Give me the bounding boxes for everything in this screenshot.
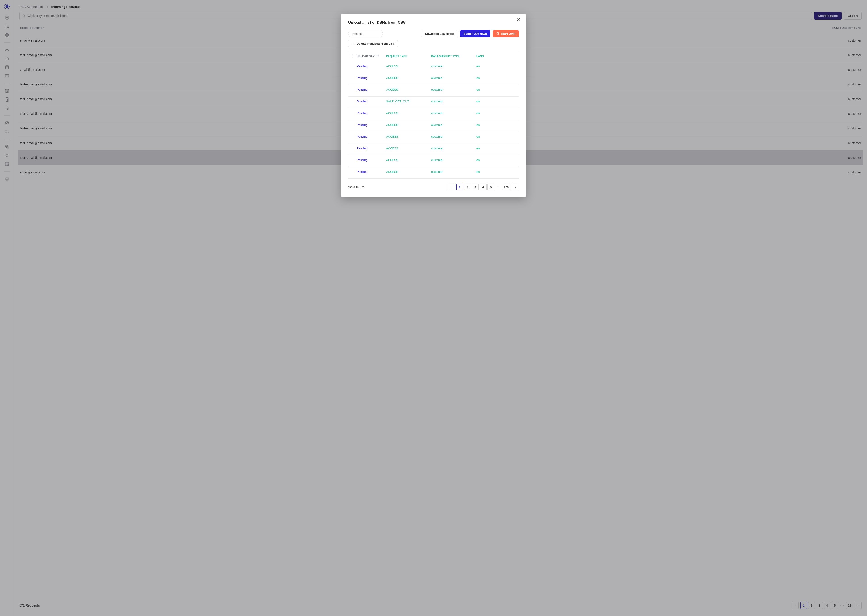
cell-language: en [476,76,479,80]
cell-upload-status: Pending [357,123,367,127]
cell-language: en [476,123,479,127]
cell-request-type: ACCESS [386,135,398,138]
cell-language: en [476,158,479,162]
cell-request-type: ACCESS [386,64,398,68]
modal-search-wrap[interactable] [348,30,383,38]
modal-page-button[interactable]: 2 [464,184,471,190]
cell-request-type: ACCESS [386,123,398,127]
cell-upload-status: Pending [357,64,367,68]
cell-language: en [476,112,479,115]
table-row[interactable]: PendingACCESScustomeren [348,85,519,97]
cell-upload-status: Pending [357,88,367,91]
cell-upload-status: Pending [357,158,367,162]
cell-language: en [476,147,479,150]
upload-icon [352,42,355,46]
modal-page-next-button[interactable]: › [512,184,519,190]
submit-rows-button[interactable]: Submit 292 rows [460,30,490,37]
modal-page-last-button[interactable]: 123 [502,184,510,190]
modal-dsr-summary: 1228 DSRs [348,185,364,189]
table-row[interactable]: PendingACCESScustomeren [348,108,519,120]
cell-upload-status: Pending [357,135,367,138]
cell-request-type: ACCESS [386,88,398,91]
cell-request-type: ACCESS [386,147,398,150]
cell-data-subject-type: customer [431,76,443,80]
cell-language: en [476,64,479,68]
cell-upload-status: Pending [357,76,367,80]
modal-overlay: Upload a list of DSRs from CSV Download … [0,0,867,616]
cell-upload-status: Pending [357,100,367,103]
cell-request-type: SALE_OPT_OUT [386,100,409,103]
select-all-checkbox[interactable] [350,54,353,58]
table-row[interactable]: PendingACCESScustomeren [348,120,519,132]
cell-data-subject-type: customer [431,135,443,138]
upload-dsr-modal: Upload a list of DSRs from CSV Download … [341,14,526,197]
modal-pagination: ‹ 1 2 3 4 5 ··· 123 › [448,184,519,190]
cell-language: en [476,170,479,173]
table-row[interactable]: PendingACCESScustomeren [348,61,519,73]
cell-upload-status: Pending [357,112,367,115]
modal-table: UPLOAD STATUS REQUEST TYPE DATA SUBJECT … [348,51,519,179]
cell-data-subject-type: customer [431,147,443,150]
refresh-icon [496,32,500,35]
table-row[interactable]: PendingACCESScustomeren [348,73,519,85]
cell-data-subject-type: customer [431,158,443,162]
close-icon [517,17,521,21]
cell-language: en [476,100,479,103]
modal-title: Upload a list of DSRs from CSV [348,20,519,25]
col-upload-status: UPLOAD STATUS [355,51,385,61]
cell-request-type: ACCESS [386,112,398,115]
cell-data-subject-type: customer [431,123,443,127]
modal-search-input[interactable] [352,32,379,36]
close-button[interactable] [515,17,522,22]
start-over-button[interactable]: Start Over [493,30,519,37]
cell-request-type: ACCESS [386,76,398,80]
table-row[interactable]: PendingSALE_OPT_OUTcustomeren [348,97,519,108]
modal-page-prev-button[interactable]: ‹ [448,184,454,190]
download-errors-button[interactable]: Download 936 errors [421,30,457,37]
modal-page-ellipsis: ··· [496,185,500,189]
cell-request-type: ACCESS [386,170,398,173]
modal-page-button[interactable]: 4 [480,184,487,190]
cell-data-subject-type: customer [431,170,443,173]
col-data-subject-type[interactable]: DATA SUBJECT TYPE [430,51,475,61]
cell-upload-status: Pending [357,147,367,150]
modal-page-button[interactable]: 5 [487,184,494,190]
modal-page-button[interactable]: 1 [456,184,463,190]
col-language[interactable]: LANG [475,51,519,61]
modal-page-button[interactable]: 3 [472,184,479,190]
cell-data-subject-type: customer [431,100,443,103]
table-row[interactable]: PendingACCESScustomeren [348,155,519,167]
cell-language: en [476,135,479,138]
table-row[interactable]: PendingACCESScustomeren [348,167,519,179]
cell-data-subject-type: customer [431,64,443,68]
cell-upload-status: Pending [357,170,367,173]
table-row[interactable]: PendingACCESScustomeren [348,143,519,155]
cell-data-subject-type: customer [431,88,443,91]
cell-request-type: ACCESS [386,158,398,162]
cell-data-subject-type: customer [431,112,443,115]
col-request-type[interactable]: REQUEST TYPE [385,51,430,61]
table-row[interactable]: PendingACCESScustomeren [348,132,519,143]
upload-requests-button[interactable]: Upload Requests from CSV [348,40,398,47]
cell-language: en [476,88,479,91]
